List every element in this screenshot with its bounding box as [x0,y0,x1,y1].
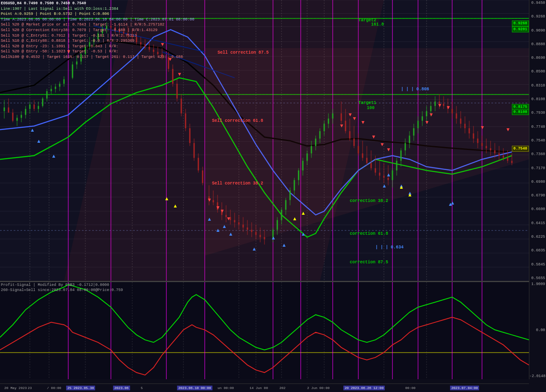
time-label-8: 2 Jun 00:00 [307,386,330,390]
ind-price-zero: 0.00 [529,328,546,332]
time-badge-1: 25 2023.05.30 [66,386,95,390]
target1-value: 100 [367,106,375,110]
time-label-2: 23 [28,386,32,390]
sell-correction-61-label: Sell correction 61.8 [212,118,263,123]
chart-info-overlay: EOSUSD,H4 0.7490 0.7500 0.7450 0.7540 Li… [1,1,195,60]
price-6790: 0.6790 [529,193,546,198]
sell-info-1: Sell %20 @ Market price or at: 0.7843 | … [1,22,195,28]
symbol-info: EOSUSD,H4 0.7490 0.7500 0.7450 0.7540 [1,1,195,6]
price-6225: 0.6225 [529,235,546,239]
signal-info: Line:1907 | Last Signal is:Sell with EO:… [1,6,195,12]
chart-container: EOSUSD,H4 0.7490 0.7500 0.7450 0.7540 Li… [0,0,546,392]
sell-info-2: Sell %20 @ Correction Entry38: 0.7079 | … [1,28,195,33]
price-badge-9268: 0.9268 [512,20,529,26]
time-badge-5: 2023.07.04:00 [450,386,479,390]
sell-info-7: Sell%100 @ 0.4532 | Target 161%: 0.117 |… [1,55,195,60]
price-806-label: | | | 0.806 [401,87,429,92]
price-5845: 0.5845 [529,262,546,267]
ind-price-bottom: -2.0148 [529,374,546,378]
price-9090: 0.9090 [529,29,546,33]
sell-correction-87-label: Sell correction 87.5 [218,50,269,55]
price-7930: 0.7930 [529,111,546,115]
sell-info-4: Sell %10 @ C_Entry88: 0.8818 | Target: -… [1,38,195,44]
time-badge-2: 2023.06 [113,386,130,390]
main-chart: EOSUSD,H4 0.7490 0.7500 0.7450 0.7540 Li… [0,0,529,281]
price-6980: 0.6980 [529,180,546,184]
sell-info-3: Sell %10 @ C_Entry61: 0.7912 | Target: -… [1,33,195,39]
time-label-1: 20 May 2023 [4,386,27,390]
time-axis: 20 May 2023 23 / 00:00 25 2023.05.30 202… [0,383,529,392]
price-8500: 0.8500 [529,69,546,74]
sell-info-5: Sell %20 @ Entry -23: 1.1091 | Target: 0… [1,44,195,49]
price-7170: 0.7170 [529,166,546,170]
correction-87-label: correction 87.5 [350,260,388,265]
price-8888: 0.8888 [529,42,546,46]
sell-info-6: Sell %20 @ Entry -50: 1.1023 | Target: -… [1,49,195,55]
time-label-7: 202 [279,386,285,390]
time-label-9: 00:00 [405,386,415,390]
price-axis: 0.9450 0.9268 0.9090 0.8888 0.8690 0.850… [529,0,546,281]
price-7540: 0.7540 [529,138,546,143]
time-label-5: un 00:00 [218,386,234,390]
price-6415: 0.6415 [529,221,546,225]
point-info: Point A:0.9259 | Point B:0.5732 | Point … [1,12,195,17]
time-label-3: / 00:00 [47,386,61,390]
price-badge-8108: 0.8108 [512,109,529,115]
price-9268: 0.9268 [529,14,546,19]
price-8690: 0.8690 [529,56,546,60]
target1-label: Target1 [358,101,376,105]
time-label-6: 14 Jun 00 [250,386,268,390]
price-7740: 0.7740 [529,125,546,129]
correction-61-label: correction 61.8 [350,231,388,236]
time-badge-3: 2023.06.10 00:00 [177,386,212,390]
indicator-title: Profit-Signal | Modified By FSB3 -0.1712… [1,283,109,287]
price-8310: 0.8310 [529,84,546,88]
price-6035: 0.6035 [529,248,546,253]
sell-correction-38-label: Sell correction 38.2 [212,181,263,186]
price-6600: 0.6600 [529,207,546,211]
price-badge-current: 0.7540 [512,146,529,152]
time-badge-4: 20 2023.06.26 12:00 [343,386,385,390]
ind-price-top: 1.9009 [529,282,546,286]
indicator-price-axis: 1.9009 0.00 -2.0148 [529,281,546,379]
price-9450: 0.9450 [529,1,546,5]
price-7360: 0.7360 [529,152,546,156]
correction-38-label: correction 38.2 [350,199,388,203]
target2-value: 161.8 [371,22,384,27]
price-634-label: | | | 0.634 [375,245,404,250]
price-badge-9201: 0.9201 [512,26,529,32]
time-info: Time A:2023.06.05 00:00:00 | Time B:2023… [1,17,195,23]
time-label-4: 5 [141,386,143,390]
indicator-panel: Profit-Signal | Modified By FSB3 -0.1712… [0,281,529,379]
price-5655: 0.5655 [529,276,546,280]
price-8108: 0.8108 [529,97,546,101]
indicator-signal: 260-Signal=Sell since:2023.07.04 08:00:0… [1,288,123,292]
